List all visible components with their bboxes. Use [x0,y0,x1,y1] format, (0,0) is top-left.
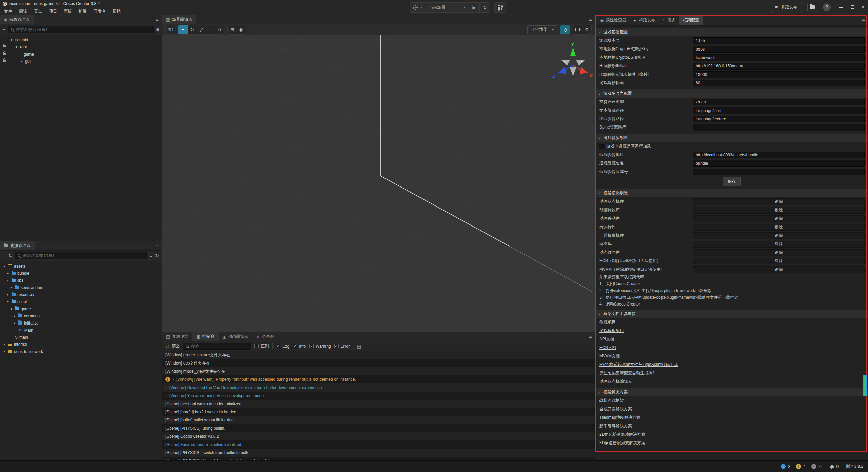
caret-right-icon[interactable]: ▸ [13,314,17,318]
remove-network-button[interactable]: 剔除 [693,241,865,248]
asset-node-seedrandom[interactable]: ▸seedrandom [0,284,162,291]
caret-down-icon[interactable]: ▾ [9,38,13,42]
crypto-key-input[interactable] [693,46,865,53]
remove-dynamic-texture-button[interactable]: 剔除 [693,249,865,256]
asset-node-common[interactable]: ▸common [0,312,162,319]
log-row[interactable]: [Window] render_texture文件夹存在 [162,351,595,359]
remote-version-input[interactable] [693,169,865,175]
log-row[interactable]: [Scene] [bullet]:bullet wasm lib loaded. [162,416,595,424]
scene-menu-icon[interactable]: ≡ [589,17,592,22]
section-game-i18n-config[interactable]: ∨游戏多语言配置 [595,89,868,98]
close-button[interactable]: × [862,4,865,10]
menu-panel[interactable]: 面板 [60,8,75,14]
text-path-input[interactable] [693,107,865,114]
remove-ecs-button[interactable]: 剔除 [693,258,865,264]
log-row[interactable]: [Scene] [box2d]:box2d wasm lib loaded. [162,408,595,416]
sort-assets-icon[interactable]: ⇅ [8,253,12,258]
axis-gizmo[interactable]: Y X Z [552,42,593,79]
render-mode-select[interactable]: 正常渲染▾ [527,25,557,34]
texture-path-input[interactable] [693,116,865,122]
log-file-icon[interactable]: ▤ [357,343,361,349]
rotate-tool-button[interactable]: ↻ [188,25,197,34]
caret-down-icon[interactable]: ▾ [6,278,10,282]
ui-transform-tool-button[interactable]: ∪ [215,25,224,34]
axis-y-label[interactable]: Y [571,42,575,47]
scale-tool-button[interactable]: ⤢ [197,25,206,34]
remove-anim-effect-button[interactable]: 剔除 [693,207,865,214]
warning-count-icon[interactable]: ! [796,464,801,469]
remote-url-input[interactable] [693,152,865,158]
caret-down-icon[interactable]: ▾ [3,264,6,268]
info-count[interactable]: 3 [788,464,791,469]
console-search-input[interactable] [191,344,248,349]
caret-down-icon[interactable]: ▾ [15,45,18,49]
log-row[interactable]: [Scene] [PHYSICS]: using builtin. [162,424,595,432]
console-search[interactable] [183,343,251,350]
log-row-warning[interactable]: !›[Window] [Vue warn]: Property "onInput… [162,375,595,383]
asset-node-main-scene[interactable]: ▸main [0,334,162,341]
clear-console-button[interactable]: ∅清空 [165,343,180,349]
tab-framework-config[interactable]: 框架配置 [679,15,703,25]
log-row[interactable]: [Window] ecs文件夹存在 [162,359,595,367]
error-count[interactable]: 0 [819,464,822,469]
caret-right-icon[interactable]: ▸ [3,350,6,353]
asset-node-initialize[interactable]: ▸initialize [0,319,162,327]
scene-settings-button[interactable]: ⚙ [582,25,591,34]
section-framework-solutions[interactable]: ∨框架解决方案 [595,388,868,396]
filter-warning-checkbox[interactable]: ✓Warning [309,344,331,349]
link-hotupdate-plugin[interactable]: 原生包热更新配置自动生成插件 [599,370,656,376]
log-row[interactable]: [Scene] [PHYSICS]: switch from builtin t… [162,449,595,457]
scene-camera-button[interactable] [573,25,582,34]
asset-node-internal[interactable]: ▸internal [0,341,162,348]
menu-node[interactable]: 节点 [31,8,45,14]
expand-icon[interactable]: › [165,393,167,398]
asset-node-main-ts[interactable]: ▸TSMain [0,327,162,334]
link-guide-solution[interactable]: 新手引导解决方案 [599,423,632,429]
caret-down-icon[interactable]: ▾ [9,307,13,311]
filter-log-checkbox[interactable]: ✓Log [276,344,289,349]
assets-filter-icon[interactable]: ≡ [150,253,152,258]
link-2d-rpg-solution[interactable]: 2D角色扮演游戏解决方案 [599,432,645,437]
snap-settings-button[interactable]: ⊞ [228,25,237,34]
caret-right-icon[interactable]: ▸ [6,293,10,296]
axis-z-label[interactable]: Z [552,74,555,79]
hierarchy-filter-icon[interactable]: ≡ [156,27,159,32]
crypto-iv-input[interactable] [693,54,865,61]
asset-node-script[interactable]: ▾script [0,298,162,305]
build-publish-button[interactable]: 构建发布 [771,3,802,12]
languages-input[interactable] [693,99,865,105]
hierarchy-menu-icon[interactable]: ≡ [156,17,159,22]
caret-right-icon[interactable]: ▸ [13,321,17,325]
menu-file[interactable]: 文件 [1,8,16,14]
remove-mvvm-button[interactable]: 剔除 [693,266,865,273]
toggle-3d-button[interactable]: 3D [166,25,175,34]
menu-extension[interactable]: 扩展 [75,8,90,14]
section-game-basic-config[interactable]: ∨游戏基础配置 [595,28,868,36]
console-menu-icon[interactable]: ≡ [589,334,592,339]
tab-asset-preview[interactable]: ▤资源预览 [162,332,192,341]
link-mvvm-docs[interactable]: MVVM文档 [599,353,620,359]
lock-icon[interactable] [3,60,6,62]
log-row-info[interactable]: ›[Window] Download the Vue Devtools exte… [162,383,595,392]
remove-anim-statemachine-button[interactable]: 剔除 [693,198,865,205]
frame-rate-input[interactable] [693,80,865,86]
remote-bundle-input[interactable] [693,160,865,167]
caret-down-icon[interactable]: ▾ [6,300,10,303]
asset-node-oops-framework[interactable]: ▸oops-framework [0,348,162,355]
caret-right-icon[interactable]: ▸ [20,59,23,63]
move-tool-button[interactable]: + [178,25,188,34]
asset-node-game[interactable]: ▾game [0,305,162,312]
scene-light-toggle[interactable] [560,25,570,34]
preview-platform-select[interactable]: ▾ [410,3,426,12]
caret-right-icon[interactable]: ▸ [9,286,13,289]
link-tiledmap-solution[interactable]: Tiledmap地图解决方案 [599,415,640,420]
menu-project[interactable]: 项目 [45,8,60,14]
assets-search-input[interactable] [22,253,144,258]
error-count-icon[interactable]: × [811,464,816,469]
tab-console[interactable]: ▣控制台 [192,332,218,341]
tab-build-publish[interactable]: 构建发布 [630,15,659,25]
log-row[interactable]: [Scene] Cocos Creator v3.8.2 [162,432,595,440]
expand-icon[interactable]: › [165,385,167,390]
lock-icon[interactable] [3,45,6,47]
scene-viewport[interactable]: Y X Z [162,35,595,332]
